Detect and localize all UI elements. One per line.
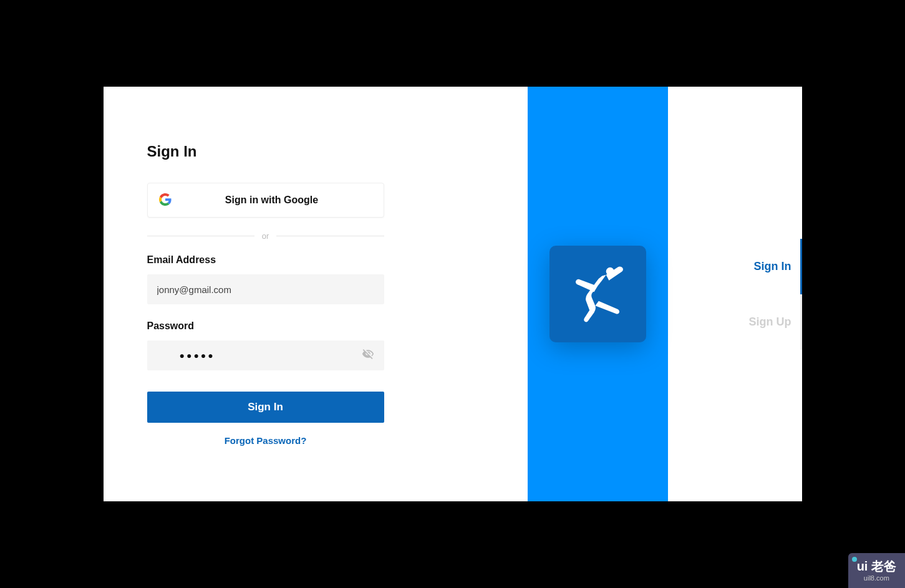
visibility-off-icon[interactable] bbox=[362, 348, 374, 363]
divider: or bbox=[147, 231, 384, 241]
signin-button[interactable]: Sign In bbox=[147, 392, 384, 423]
form-panel: Sign In Sign in with Google or Email Add… bbox=[104, 87, 528, 501]
nav-signin[interactable]: Sign In bbox=[668, 239, 802, 294]
divider-text: or bbox=[254, 231, 277, 241]
login-card: Sign In Sign in with Google or Email Add… bbox=[104, 87, 802, 501]
watermark-text: ui 老爸 bbox=[857, 559, 896, 573]
divider-line bbox=[276, 236, 384, 236]
password-label: Password bbox=[147, 321, 484, 332]
nav-panel: Sign In Sign Up bbox=[668, 87, 802, 501]
tag-dot-icon bbox=[852, 557, 857, 562]
watermark-url: uil8.com bbox=[864, 574, 889, 582]
google-signin-label: Sign in with Google bbox=[172, 195, 372, 206]
watermark-badge: ui 老爸 uil8.com bbox=[848, 553, 905, 588]
google-icon bbox=[159, 193, 172, 208]
email-label: Email Address bbox=[147, 254, 484, 266]
jumping-person-icon bbox=[563, 259, 632, 330]
page-title: Sign In bbox=[147, 143, 484, 160]
email-input[interactable] bbox=[157, 284, 374, 295]
nav-signup[interactable]: Sign Up bbox=[668, 294, 802, 350]
password-input-wrapper: ●●●●● bbox=[147, 340, 384, 370]
nav-signin-label: Sign In bbox=[754, 260, 800, 273]
google-signin-button[interactable]: Sign in with Google bbox=[147, 183, 384, 218]
brand-stripe bbox=[528, 87, 668, 501]
email-input-wrapper bbox=[147, 274, 384, 304]
divider-line bbox=[147, 236, 254, 236]
forgot-password-link[interactable]: Forgot Password? bbox=[147, 435, 384, 446]
nav-signup-label: Sign Up bbox=[749, 316, 800, 329]
password-input[interactable]: ●●●●● bbox=[157, 350, 362, 360]
logo-tile bbox=[549, 246, 646, 342]
